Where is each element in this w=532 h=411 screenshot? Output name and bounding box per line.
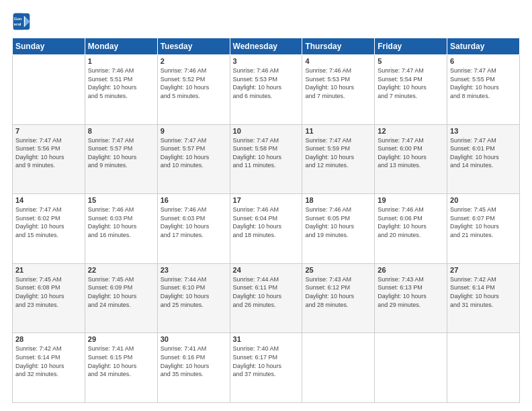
weekday-header: Thursday [302,38,375,55]
day-info: Sunrise: 7:46 AM Sunset: 6:05 PM Dayligh… [305,205,371,239]
calendar-day-cell: 15Sunrise: 7:46 AM Sunset: 6:03 PM Dayli… [85,194,157,264]
weekday-header: Saturday [447,38,520,55]
calendar-day-cell: 6Sunrise: 7:47 AM Sunset: 5:55 PM Daylig… [447,55,520,125]
day-number: 14 [15,196,82,204]
day-info: Sunrise: 7:41 AM Sunset: 6:15 PM Dayligh… [88,345,154,378]
calendar-day-cell: 2Sunrise: 7:46 AM Sunset: 5:52 PM Daylig… [157,55,230,125]
page: Gen eral SundayMondayTuesdayWednesdayThu… [0,0,532,411]
calendar-week-row: 28Sunrise: 7:42 AM Sunset: 6:14 PM Dayli… [13,333,520,403]
calendar-day-cell [447,333,520,403]
calendar-day-cell: 25Sunrise: 7:43 AM Sunset: 6:12 PM Dayli… [302,263,375,333]
day-info: Sunrise: 7:47 AM Sunset: 5:59 PM Dayligh… [305,136,371,170]
day-info: Sunrise: 7:45 AM Sunset: 6:09 PM Dayligh… [88,275,154,309]
calendar-day-cell: 16Sunrise: 7:46 AM Sunset: 6:03 PM Dayli… [157,194,230,264]
day-number: 27 [450,266,517,274]
day-number: 12 [378,127,444,135]
day-info: Sunrise: 7:46 AM Sunset: 5:52 PM Dayligh… [161,66,227,100]
day-number: 16 [161,196,227,204]
calendar-day-cell: 12Sunrise: 7:47 AM Sunset: 6:00 PM Dayli… [375,124,447,194]
calendar-day-cell: 11Sunrise: 7:47 AM Sunset: 5:59 PM Dayli… [302,124,375,194]
day-number: 9 [161,127,227,135]
calendar-day-cell [302,333,375,403]
day-number: 7 [15,127,82,135]
calendar-day-cell: 18Sunrise: 7:46 AM Sunset: 6:05 PM Dayli… [302,194,375,264]
weekday-header: Wednesday [230,38,302,55]
day-info: Sunrise: 7:44 AM Sunset: 6:10 PM Dayligh… [161,275,227,309]
day-info: Sunrise: 7:46 AM Sunset: 6:04 PM Dayligh… [233,205,300,239]
day-info: Sunrise: 7:46 AM Sunset: 6:06 PM Dayligh… [378,205,444,239]
calendar-day-cell [375,333,447,403]
day-number: 8 [88,127,154,135]
day-info: Sunrise: 7:47 AM Sunset: 6:02 PM Dayligh… [15,205,82,239]
day-info: Sunrise: 7:47 AM Sunset: 5:55 PM Dayligh… [450,66,517,100]
calendar-table: SundayMondayTuesdayWednesdayThursdayFrid… [12,38,520,403]
day-number: 18 [305,196,371,204]
day-number: 20 [450,196,517,204]
day-info: Sunrise: 7:41 AM Sunset: 6:16 PM Dayligh… [161,345,227,378]
day-info: Sunrise: 7:46 AM Sunset: 5:53 PM Dayligh… [233,66,300,100]
calendar-day-cell: 21Sunrise: 7:45 AM Sunset: 6:08 PM Dayli… [13,263,85,333]
day-number: 28 [15,335,82,343]
day-info: Sunrise: 7:47 AM Sunset: 6:01 PM Dayligh… [450,136,517,170]
calendar-day-cell: 4Sunrise: 7:46 AM Sunset: 5:53 PM Daylig… [302,55,375,125]
calendar-header-row: SundayMondayTuesdayWednesdayThursdayFrid… [13,38,520,55]
calendar-day-cell: 7Sunrise: 7:47 AM Sunset: 5:56 PM Daylig… [13,124,85,194]
calendar-day-cell: 22Sunrise: 7:45 AM Sunset: 6:09 PM Dayli… [85,263,157,333]
calendar-day-cell: 17Sunrise: 7:46 AM Sunset: 6:04 PM Dayli… [230,194,302,264]
day-number: 31 [233,335,300,343]
day-info: Sunrise: 7:44 AM Sunset: 6:11 PM Dayligh… [233,275,300,309]
calendar-day-cell: 29Sunrise: 7:41 AM Sunset: 6:15 PM Dayli… [85,333,157,403]
calendar-day-cell: 20Sunrise: 7:45 AM Sunset: 6:07 PM Dayli… [447,194,520,264]
day-info: Sunrise: 7:47 AM Sunset: 5:57 PM Dayligh… [88,136,154,170]
day-number: 22 [88,266,154,274]
calendar-day-cell: 10Sunrise: 7:47 AM Sunset: 5:58 PM Dayli… [230,124,302,194]
day-info: Sunrise: 7:42 AM Sunset: 6:14 PM Dayligh… [450,275,517,309]
calendar-day-cell: 5Sunrise: 7:47 AM Sunset: 5:54 PM Daylig… [375,55,447,125]
day-info: Sunrise: 7:40 AM Sunset: 6:17 PM Dayligh… [233,345,300,378]
day-info: Sunrise: 7:45 AM Sunset: 6:08 PM Dayligh… [15,275,82,309]
calendar-day-cell: 23Sunrise: 7:44 AM Sunset: 6:10 PM Dayli… [157,263,230,333]
calendar-day-cell: 27Sunrise: 7:42 AM Sunset: 6:14 PM Dayli… [447,263,520,333]
day-number: 6 [450,57,517,65]
weekday-header: Tuesday [157,38,230,55]
calendar-day-cell: 26Sunrise: 7:43 AM Sunset: 6:13 PM Dayli… [375,263,447,333]
day-number: 10 [233,127,300,135]
calendar-day-cell: 8Sunrise: 7:47 AM Sunset: 5:57 PM Daylig… [85,124,157,194]
calendar-day-cell: 24Sunrise: 7:44 AM Sunset: 6:11 PM Dayli… [230,263,302,333]
day-info: Sunrise: 7:47 AM Sunset: 6:00 PM Dayligh… [378,136,444,170]
day-number: 23 [161,266,227,274]
day-info: Sunrise: 7:42 AM Sunset: 6:14 PM Dayligh… [15,345,82,378]
day-number: 25 [305,266,371,274]
calendar-week-row: 1Sunrise: 7:46 AM Sunset: 5:51 PM Daylig… [13,55,520,125]
day-number: 21 [15,266,82,274]
logo: Gen eral [12,12,32,31]
day-info: Sunrise: 7:45 AM Sunset: 6:07 PM Dayligh… [450,205,517,239]
calendar-week-row: 7Sunrise: 7:47 AM Sunset: 5:56 PM Daylig… [13,124,520,194]
weekday-header: Sunday [13,38,85,55]
day-info: Sunrise: 7:46 AM Sunset: 5:53 PM Dayligh… [305,66,371,100]
day-number: 15 [88,196,154,204]
calendar-day-cell: 28Sunrise: 7:42 AM Sunset: 6:14 PM Dayli… [13,333,85,403]
day-info: Sunrise: 7:47 AM Sunset: 5:57 PM Dayligh… [161,136,227,170]
day-info: Sunrise: 7:47 AM Sunset: 5:56 PM Dayligh… [15,136,82,170]
calendar-day-cell: 9Sunrise: 7:47 AM Sunset: 5:57 PM Daylig… [157,124,230,194]
day-info: Sunrise: 7:46 AM Sunset: 5:51 PM Dayligh… [88,66,154,100]
day-number: 1 [88,57,154,65]
calendar-day-cell: 30Sunrise: 7:41 AM Sunset: 6:16 PM Dayli… [157,333,230,403]
day-number: 5 [378,57,444,65]
calendar-day-cell: 3Sunrise: 7:46 AM Sunset: 5:53 PM Daylig… [230,55,302,125]
day-number: 17 [233,196,300,204]
day-number: 11 [305,127,371,135]
day-info: Sunrise: 7:46 AM Sunset: 6:03 PM Dayligh… [88,205,154,239]
calendar-day-cell: 13Sunrise: 7:47 AM Sunset: 6:01 PM Dayli… [447,124,520,194]
calendar-week-row: 14Sunrise: 7:47 AM Sunset: 6:02 PM Dayli… [13,194,520,264]
day-number: 29 [88,335,154,343]
calendar-day-cell: 19Sunrise: 7:46 AM Sunset: 6:06 PM Dayli… [375,194,447,264]
day-number: 30 [161,335,227,343]
day-number: 13 [450,127,517,135]
calendar-day-cell: 1Sunrise: 7:46 AM Sunset: 5:51 PM Daylig… [85,55,157,125]
calendar-day-cell: 31Sunrise: 7:40 AM Sunset: 6:17 PM Dayli… [230,333,302,403]
day-number: 4 [305,57,371,65]
weekday-header: Monday [85,38,157,55]
calendar-day-cell: 14Sunrise: 7:47 AM Sunset: 6:02 PM Dayli… [13,194,85,264]
